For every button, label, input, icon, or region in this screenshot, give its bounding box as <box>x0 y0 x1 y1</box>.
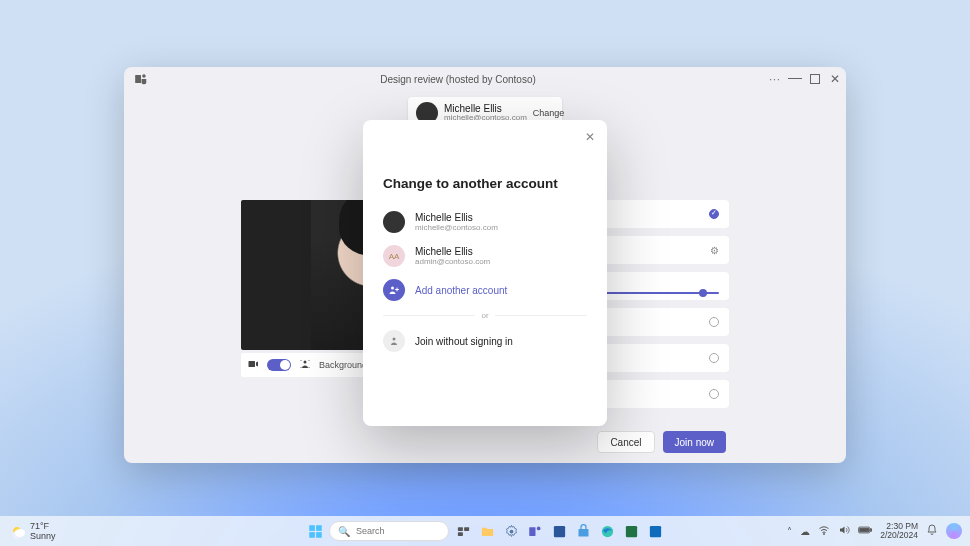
word-app-icon[interactable] <box>549 521 569 541</box>
titlebar: Design review (hosted by Contoso) ··· — … <box>124 67 846 91</box>
add-account-label: Add another account <box>415 285 507 296</box>
store-icon[interactable] <box>573 521 593 541</box>
svg-rect-15 <box>553 525 564 536</box>
close-modal-button[interactable]: ✕ <box>585 130 595 144</box>
wifi-icon[interactable] <box>818 524 830 538</box>
copilot-icon[interactable] <box>946 523 962 539</box>
minimize-button[interactable]: — <box>788 70 802 84</box>
background-effects-icon[interactable] <box>299 358 311 372</box>
cancel-button[interactable]: Cancel <box>597 431 654 453</box>
svg-rect-22 <box>870 529 871 531</box>
svg-rect-8 <box>316 532 322 538</box>
explorer-icon[interactable] <box>477 521 497 541</box>
taskbar-search[interactable]: 🔍 Search <box>329 521 449 541</box>
add-account-icon <box>383 279 405 301</box>
guest-label: Join without signing in <box>415 336 513 347</box>
account-option[interactable]: AA Michelle Ellis admin@contoso.com <box>383 239 587 273</box>
avatar <box>383 211 405 233</box>
excel-icon[interactable] <box>621 521 641 541</box>
camera-toggle[interactable] <box>267 359 291 371</box>
or-divider: or <box>383 311 587 320</box>
weather-desc: Sunny <box>30 531 56 541</box>
account-option[interactable]: Michelle Ellis michelle@contoso.com <box>383 205 587 239</box>
svg-rect-19 <box>649 525 660 536</box>
search-icon: 🔍 <box>338 526 350 537</box>
clock-date: 2/20/2024 <box>880 531 918 540</box>
change-account-modal: ✕ Change to another account Michelle Ell… <box>363 120 607 426</box>
svg-rect-16 <box>578 529 588 537</box>
battery-icon[interactable] <box>858 524 872 538</box>
modal-title: Change to another account <box>383 176 587 191</box>
svg-point-2 <box>304 361 307 364</box>
svg-rect-23 <box>860 528 869 532</box>
chevron-up-icon[interactable]: ˄ <box>787 526 792 537</box>
svg-rect-13 <box>529 527 535 536</box>
teams-logo-icon <box>134 72 148 86</box>
camera-icon <box>247 358 259 372</box>
svg-rect-0 <box>135 75 141 83</box>
edge-icon[interactable] <box>597 521 617 541</box>
svg-point-17 <box>601 525 612 536</box>
svg-point-4 <box>393 338 396 341</box>
settings-icon[interactable] <box>501 521 521 541</box>
clock[interactable]: 2:30 PM 2/20/2024 <box>880 522 918 541</box>
taskbar: 71°F Sunny 🔍 Search ˄ ☁ <box>0 516 970 546</box>
volume-icon[interactable] <box>838 524 850 538</box>
join-now-button[interactable]: Join now <box>663 431 726 453</box>
weather-widget[interactable]: 71°F Sunny <box>0 521 66 541</box>
account-name: Michelle Ellis <box>415 212 498 223</box>
account-email: admin@contoso.com <box>415 257 490 266</box>
guest-icon <box>383 330 405 352</box>
search-placeholder: Search <box>356 526 385 536</box>
task-view-icon[interactable] <box>453 521 473 541</box>
window-title: Design review (hosted by Contoso) <box>148 74 768 85</box>
more-icon[interactable]: ··· <box>768 72 782 86</box>
account-email: michelle@contoso.com <box>415 223 498 232</box>
outlook-icon[interactable] <box>645 521 665 541</box>
svg-rect-6 <box>316 525 322 531</box>
svg-rect-5 <box>309 525 315 531</box>
onedrive-icon[interactable]: ☁ <box>800 526 810 537</box>
svg-rect-10 <box>464 527 469 531</box>
join-without-signin-option[interactable]: Join without signing in <box>383 324 587 358</box>
svg-point-14 <box>536 526 540 530</box>
join-actions: Cancel Join now <box>597 431 726 453</box>
teams-app-icon[interactable] <box>525 521 545 541</box>
svg-rect-7 <box>309 532 315 538</box>
svg-rect-18 <box>625 525 636 536</box>
start-button[interactable] <box>305 521 325 541</box>
weather-temp: 71°F <box>30 521 56 531</box>
svg-point-1 <box>142 74 146 78</box>
add-account-option[interactable]: Add another account <box>383 273 587 307</box>
close-window-button[interactable]: ✕ <box>828 72 842 86</box>
weather-icon <box>10 524 24 538</box>
svg-rect-11 <box>457 532 462 536</box>
maximize-button[interactable] <box>808 72 822 86</box>
gear-icon: ⚙ <box>710 245 719 256</box>
avatar-initials: AA <box>383 245 405 267</box>
system-tray: ˄ ☁ 2:30 PM 2/20/2024 <box>779 522 970 541</box>
svg-point-12 <box>509 529 513 533</box>
svg-rect-9 <box>457 527 462 531</box>
taskbar-center: 🔍 Search <box>305 521 665 541</box>
change-account-link[interactable]: Change <box>533 108 565 118</box>
svg-point-20 <box>824 534 825 535</box>
account-name: Michelle Ellis <box>415 246 490 257</box>
notifications-icon[interactable] <box>926 524 938 538</box>
svg-point-3 <box>391 287 394 290</box>
